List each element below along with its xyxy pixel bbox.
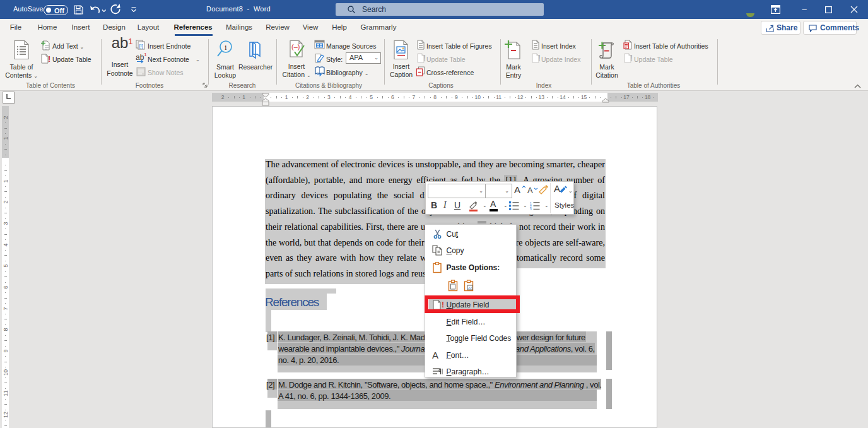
svg-text:(–): (–) [291,43,300,51]
svg-text:i: i [225,42,227,52]
svg-text:3: 3 [530,208,532,210]
svg-text:[i]: [i] [139,43,143,49]
